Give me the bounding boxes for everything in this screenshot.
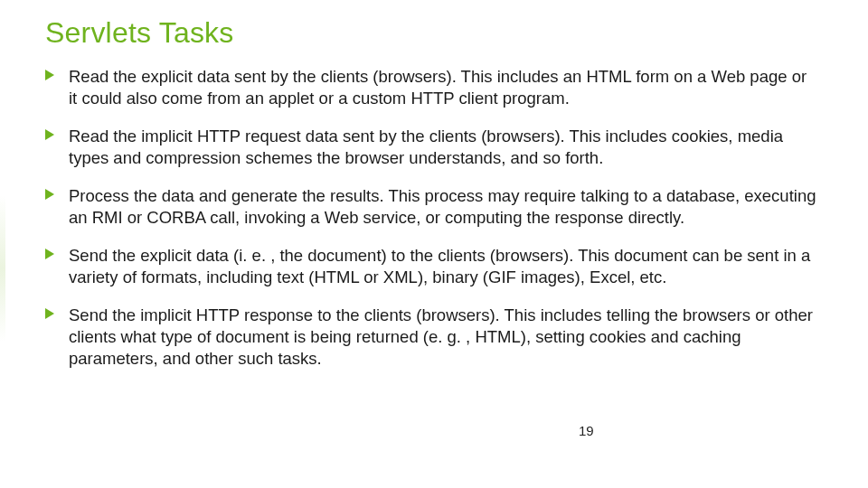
list-item: Read the explicit data sent by the clien… bbox=[45, 66, 818, 109]
bullet-list: Read the explicit data sent by the clien… bbox=[45, 66, 818, 371]
list-item: Process the data and generate the result… bbox=[45, 185, 818, 229]
bullet-arrow-icon bbox=[45, 129, 54, 140]
bullet-arrow-icon bbox=[45, 249, 54, 259]
bullet-arrow-icon bbox=[45, 308, 54, 319]
bullet-text: Send the implicit HTTP response to the c… bbox=[69, 305, 813, 368]
bullet-text: Read the explicit data sent by the clien… bbox=[69, 67, 807, 108]
bullet-text: Process the data and generate the result… bbox=[69, 186, 816, 227]
slide-title: Servlets Tasks bbox=[45, 16, 818, 50]
bullet-text: Send the explicit data (i. e. , the docu… bbox=[69, 246, 810, 286]
list-item: Send the explicit data (i. e. , the docu… bbox=[45, 245, 818, 288]
list-item: Read the implicit HTTP request data sent… bbox=[45, 126, 818, 169]
slide: Servlets Tasks Read the explicit data se… bbox=[0, 0, 868, 488]
page-number: 19 bbox=[579, 423, 594, 438]
accent-edge bbox=[0, 0, 5, 488]
bullet-arrow-icon bbox=[45, 70, 54, 80]
bullet-text: Read the implicit HTTP request data sent… bbox=[69, 127, 783, 167]
bullet-arrow-icon bbox=[45, 189, 54, 200]
list-item: Send the implicit HTTP response to the c… bbox=[45, 305, 818, 370]
